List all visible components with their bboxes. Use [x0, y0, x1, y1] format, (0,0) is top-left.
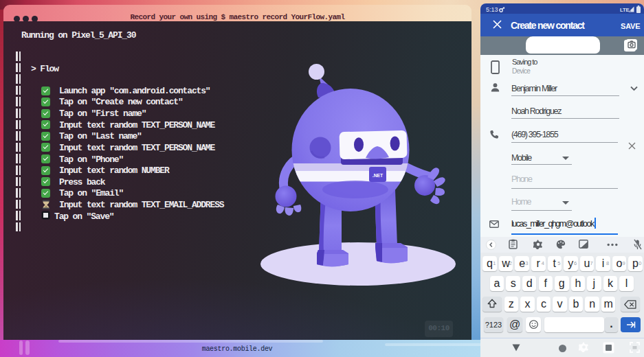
svg-text:.NET: .NET	[373, 173, 384, 178]
